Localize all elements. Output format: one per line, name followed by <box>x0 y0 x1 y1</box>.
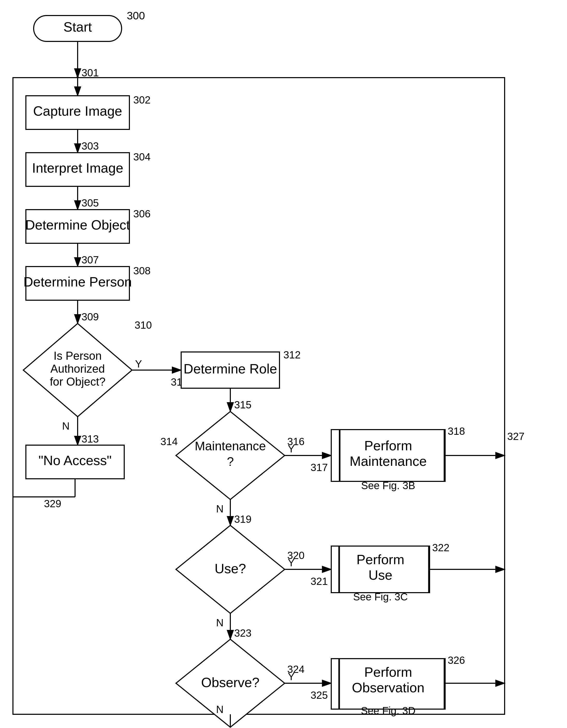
svg-text:See Fig. 3D: See Fig. 3D <box>361 705 415 716</box>
svg-text:313: 313 <box>82 433 99 445</box>
svg-text:Is Person: Is Person <box>54 349 102 362</box>
svg-text:Maintenance: Maintenance <box>350 454 427 469</box>
svg-text:307: 307 <box>82 254 99 266</box>
svg-text:303: 303 <box>82 140 99 152</box>
svg-text:308: 308 <box>133 265 151 276</box>
svg-text:302: 302 <box>133 94 151 106</box>
svg-text:for Object?: for Object? <box>50 375 105 388</box>
svg-rect-62 <box>444 430 445 481</box>
svg-text:321: 321 <box>311 576 328 587</box>
svg-text:Interpret Image: Interpret Image <box>32 160 123 175</box>
svg-text:325: 325 <box>311 689 328 701</box>
svg-text:323: 323 <box>234 627 252 639</box>
svg-text:N: N <box>216 617 224 628</box>
svg-text:315: 315 <box>234 399 252 410</box>
svg-text:312: 312 <box>283 349 301 361</box>
svg-text:Start: Start <box>63 19 92 34</box>
svg-text:Observe?: Observe? <box>201 675 259 690</box>
svg-text:Perform: Perform <box>357 552 404 567</box>
svg-text:317: 317 <box>311 462 328 473</box>
svg-text:327: 327 <box>507 431 525 442</box>
svg-text:306: 306 <box>133 208 151 219</box>
svg-rect-96 <box>338 659 340 709</box>
svg-text:301: 301 <box>82 67 99 78</box>
svg-text:Y: Y <box>288 557 295 568</box>
svg-text:N: N <box>62 420 70 432</box>
svg-text:319: 319 <box>234 513 252 525</box>
svg-text:Maintenance: Maintenance <box>195 439 266 453</box>
svg-text:Perform: Perform <box>364 438 412 453</box>
svg-text:"No Access": "No Access" <box>39 453 112 468</box>
svg-text:322: 322 <box>432 542 450 553</box>
svg-text:Use: Use <box>369 568 392 583</box>
svg-text:310: 310 <box>135 319 152 331</box>
svg-text:309: 309 <box>82 311 99 322</box>
svg-text:Determine Person: Determine Person <box>23 274 132 289</box>
svg-text:305: 305 <box>82 197 99 209</box>
svg-rect-80 <box>428 546 430 593</box>
svg-text:326: 326 <box>448 655 465 666</box>
svg-text:300: 300 <box>127 10 145 22</box>
svg-text:N: N <box>216 704 224 715</box>
svg-text:See Fig. 3B: See Fig. 3B <box>361 480 415 491</box>
svg-text:Perform: Perform <box>364 665 412 680</box>
svg-text:?: ? <box>227 455 234 468</box>
svg-text:Authorized: Authorized <box>50 362 105 375</box>
svg-text:Determine Role: Determine Role <box>183 361 277 376</box>
svg-rect-97 <box>444 659 445 709</box>
svg-text:Capture Image: Capture Image <box>33 104 122 119</box>
svg-rect-79 <box>338 546 340 593</box>
flowchart-diagram: Start 300 301 Capture Image 302 303 Inte… <box>0 0 567 728</box>
svg-text:N: N <box>216 503 224 514</box>
svg-text:304: 304 <box>133 151 151 163</box>
svg-text:Y: Y <box>135 358 142 370</box>
svg-rect-61 <box>339 430 340 481</box>
svg-text:318: 318 <box>448 425 465 437</box>
svg-text:Determine Object: Determine Object <box>25 217 130 232</box>
svg-text:See Fig. 3C: See Fig. 3C <box>353 591 408 602</box>
svg-text:Y: Y <box>288 671 295 682</box>
svg-text:Use?: Use? <box>215 561 246 576</box>
svg-text:Y: Y <box>288 443 295 454</box>
svg-text:Observation: Observation <box>352 680 424 695</box>
svg-text:314: 314 <box>160 436 178 447</box>
svg-text:329: 329 <box>44 498 61 509</box>
